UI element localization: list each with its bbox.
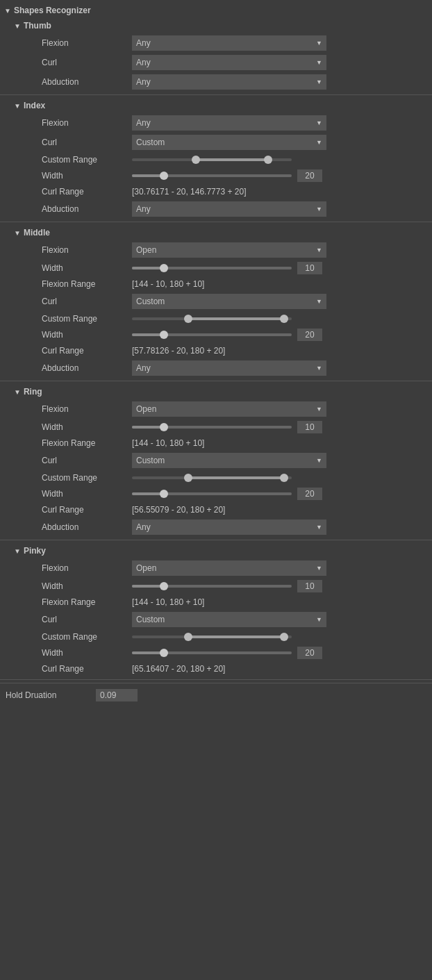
pinky-width-value: 10 xyxy=(297,580,322,592)
middle-curl-width-slider xyxy=(132,329,292,340)
ring-curl-dropdown-wrapper: AnyOpenClosedCustom xyxy=(132,453,326,468)
index-custom-range-handle-right[interactable] xyxy=(264,156,272,164)
pinky-custom-range-handle-left[interactable] xyxy=(184,633,192,641)
pinky-custom-range-dual-slider[interactable] xyxy=(132,631,292,642)
pinky-custom-range-track xyxy=(132,636,292,638)
thumb-arrow: ▼ xyxy=(14,22,21,30)
pinky-flexion-dropdown-wrapper: AnyOpenClosedCustom xyxy=(132,560,326,576)
index-custom-range-label: Custom Range xyxy=(42,155,132,165)
middle-curl-range-label: Curl Range xyxy=(42,346,132,356)
ring-abduction-dropdown[interactable]: AnyOpenClosedCustom xyxy=(132,520,326,535)
ring-custom-range-label: Custom Range xyxy=(42,473,132,483)
thumb-header[interactable]: ▼ Thumb xyxy=(0,18,432,33)
shapes-recognizer-title: Shapes Recognizer xyxy=(14,6,91,15)
ring-custom-range-handle-right[interactable] xyxy=(280,474,288,482)
pinky-curl-range-text: [65.16407 - 20, 180 + 20] xyxy=(132,664,225,674)
middle-curl-width-track xyxy=(132,333,292,336)
thumb-curl-dropdown[interactable]: AnyOpenClosedCustom xyxy=(132,55,326,70)
index-width-row: Width 20 xyxy=(0,167,432,184)
index-curl-dropdown[interactable]: AnyOpenClosedCustom xyxy=(132,135,326,150)
index-custom-range-dual-slider[interactable] xyxy=(132,154,292,165)
ring-flexion-row: Flexion AnyOpenClosedCustom xyxy=(0,399,432,419)
pinky-flexion-dropdown[interactable]: AnyOpenClosedCustom xyxy=(132,560,326,576)
ring-curl-dropdown[interactable]: AnyOpenClosedCustom xyxy=(132,453,326,468)
ring-custom-range-row: Custom Range xyxy=(0,470,432,485)
ring-curl-range-text: [56.55079 - 20, 180 + 20] xyxy=(132,505,225,515)
hold-duration-value: 0.09 xyxy=(96,689,138,701)
pinky-custom-range-handle-right[interactable] xyxy=(280,633,288,641)
ring-curl-value: AnyOpenClosedCustom xyxy=(132,453,432,468)
middle-curl-dropdown-wrapper: AnyOpenClosedCustom xyxy=(132,294,326,309)
thumb-flexion-dropdown-wrapper: AnyOpenClosedCustom xyxy=(132,35,326,51)
index-curl-row: Curl AnyOpenClosedCustom xyxy=(0,133,432,152)
ring-arrow: ▼ xyxy=(14,388,21,396)
thumb-abduction-dropdown[interactable]: AnyOpenClosedCustom xyxy=(132,74,326,90)
ring-curl-width-thumb[interactable] xyxy=(160,490,168,498)
middle-abduction-dropdown[interactable]: AnyOpenClosedCustom xyxy=(132,360,326,376)
middle-abduction-label: Abduction xyxy=(42,363,132,373)
ring-label: Ring xyxy=(24,387,42,397)
shapes-recognizer-arrow: ▼ xyxy=(4,7,11,15)
thumb-flexion-dropdown[interactable]: AnyOpenClosedCustom xyxy=(132,35,326,51)
ring-abduction-row: Abduction AnyOpenClosedCustom xyxy=(0,517,432,537)
middle-flexion-dropdown[interactable]: AnyOpenClosedCustom xyxy=(132,242,326,258)
thumb-flexion-value: AnyOpenClosedCustom xyxy=(132,35,432,51)
ring-width-value-container: 10 xyxy=(132,421,432,433)
index-custom-range-track xyxy=(132,158,292,161)
index-custom-range-row: Custom Range xyxy=(0,152,432,167)
middle-curl-width-thumb[interactable] xyxy=(160,331,168,339)
index-width-thumb[interactable] xyxy=(160,172,168,180)
middle-custom-range-handle-left[interactable] xyxy=(184,315,192,323)
pinky-curl-width-thumb[interactable] xyxy=(160,649,168,657)
pinky-custom-range-row: Custom Range xyxy=(0,629,432,645)
ring-width-thumb[interactable] xyxy=(160,423,168,431)
index-header[interactable]: ▼ Index xyxy=(0,98,432,113)
middle-custom-range-fill xyxy=(188,317,284,320)
middle-abduction-row: Abduction AnyOpenClosedCustom xyxy=(0,358,432,378)
ring-flexion-dropdown[interactable]: AnyOpenClosedCustom xyxy=(132,401,326,417)
ring-section: ▼ Ring Flexion AnyOpenClosedCustom Width xyxy=(0,384,432,537)
pinky-custom-range-fill xyxy=(188,636,284,638)
pinky-width-thumb[interactable] xyxy=(160,582,168,590)
ring-custom-range-handle-left[interactable] xyxy=(184,474,192,482)
middle-arrow: ▼ xyxy=(14,229,21,237)
pinky-label: Pinky xyxy=(24,546,46,556)
pinky-curl-dropdown[interactable]: AnyOpenClosedCustom xyxy=(132,612,326,627)
middle-curl-dropdown[interactable]: AnyOpenClosedCustom xyxy=(132,294,326,309)
middle-curl-range-value: [57.78126 - 20, 180 + 20] xyxy=(132,346,432,356)
divider-pinky-hold xyxy=(0,679,432,680)
ring-flexion-range-text: [144 - 10, 180 + 10] xyxy=(132,438,204,448)
ring-custom-range-dual-slider[interactable] xyxy=(132,472,292,483)
pinky-flexion-range-row: Flexion Range [144 - 10, 180 + 10] xyxy=(0,595,432,610)
ring-curl-range-row: Curl Range [56.55079 - 20, 180 + 20] xyxy=(0,502,432,517)
thumb-abduction-label: Abduction xyxy=(42,77,132,87)
middle-custom-range-handle-right[interactable] xyxy=(280,315,288,323)
shapes-recognizer-header[interactable]: ▼ Shapes Recognizer xyxy=(0,3,432,18)
middle-width-slider xyxy=(132,263,292,274)
pinky-curl-width-slider xyxy=(132,647,292,658)
index-flexion-dropdown[interactable]: AnyOpenClosedCustom xyxy=(132,115,326,131)
middle-custom-range-dual-slider[interactable] xyxy=(132,313,292,324)
middle-flexion-row: Flexion AnyOpenClosedCustom xyxy=(0,240,432,260)
middle-abduction-dropdown-wrapper: AnyOpenClosedCustom xyxy=(132,360,326,376)
thumb-curl-label: Curl xyxy=(42,58,132,67)
middle-custom-range-row: Custom Range xyxy=(0,311,432,326)
divider-ring-pinky xyxy=(0,540,432,540)
middle-width-label: Width xyxy=(42,263,132,273)
pinky-header[interactable]: ▼ Pinky xyxy=(0,543,432,558)
ring-header[interactable]: ▼ Ring xyxy=(0,384,432,399)
pinky-flexion-range-text: [144 - 10, 180 + 10] xyxy=(132,597,204,607)
middle-custom-range-track xyxy=(132,317,292,320)
index-custom-range-handle-left[interactable] xyxy=(192,156,200,164)
ring-curl-row: Curl AnyOpenClosedCustom xyxy=(0,451,432,470)
ring-curl-label: Curl xyxy=(42,456,132,465)
middle-width-thumb[interactable] xyxy=(160,264,168,272)
pinky-width-value-container: 10 xyxy=(132,580,432,592)
middle-width-row: Width 10 xyxy=(0,260,432,276)
index-width-value-container: 20 xyxy=(132,169,432,182)
middle-header[interactable]: ▼ Middle xyxy=(0,225,432,240)
ring-curl-width-value: 20 xyxy=(297,488,322,500)
middle-flexion-label: Flexion xyxy=(42,245,132,255)
index-abduction-dropdown[interactable]: AnyOpenClosedCustom xyxy=(132,201,326,217)
ring-curl-width-track xyxy=(132,492,292,495)
